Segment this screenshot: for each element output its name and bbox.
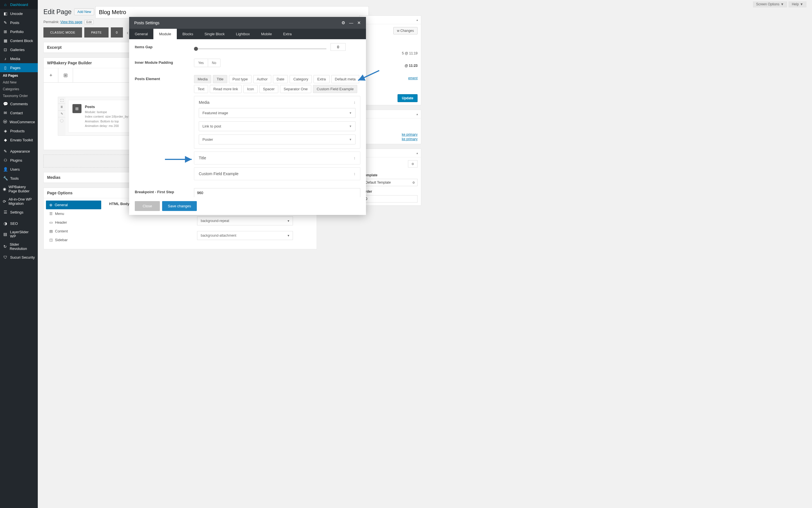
poster-select[interactable]: Poster▼ bbox=[199, 134, 356, 144]
bp1-input[interactable] bbox=[194, 188, 360, 197]
pill-icon[interactable]: Icon bbox=[243, 85, 258, 93]
sidebar-item-wpbakery[interactable]: ◉WPBakery Page Builder bbox=[0, 183, 38, 195]
sidebar-item-settings[interactable]: ☰Settings bbox=[0, 208, 38, 217]
drag-icon[interactable]: ↕ bbox=[354, 100, 356, 104]
order-input[interactable] bbox=[363, 195, 417, 203]
tab-lightbox[interactable]: Lightbox bbox=[230, 29, 256, 39]
sidebar-item-migration[interactable]: ⟳All-in-One WP Migration bbox=[0, 195, 38, 208]
items-gap-value[interactable] bbox=[330, 43, 346, 51]
template-select[interactable]: Default Template≎ bbox=[363, 179, 417, 186]
sidebar-item-portfolio[interactable]: ⊞Portfolio bbox=[0, 27, 38, 36]
sidebar-item-dashboard[interactable]: ⌂Dashboard bbox=[0, 0, 38, 9]
permalink-link[interactable]: View this page bbox=[60, 20, 82, 24]
pill-posttype[interactable]: Post type bbox=[229, 75, 252, 83]
row-edit-button[interactable]: ✎ bbox=[58, 111, 65, 117]
po-tab-header[interactable]: ▭Header bbox=[46, 218, 101, 227]
paste-button[interactable]: PASTE bbox=[84, 27, 108, 38]
sidebar-item-envato[interactable]: ◆Envato Toolkit bbox=[0, 135, 38, 144]
pill-text[interactable]: Text bbox=[194, 85, 208, 93]
sidebar-item-contentblock[interactable]: ▦Content Block bbox=[0, 36, 38, 45]
box-collapse-2[interactable]: ▴ bbox=[359, 149, 421, 157]
pill-readmore[interactable]: Read more link bbox=[210, 85, 242, 93]
sidebar-item-users[interactable]: 👤Users bbox=[0, 165, 38, 174]
permalink-edit-button[interactable]: Edit bbox=[84, 20, 94, 24]
featured-image-select[interactable]: Featured image▼ bbox=[199, 108, 356, 118]
pill-date[interactable]: Date bbox=[273, 75, 288, 83]
sidebar-sub-allpages[interactable]: All Pages bbox=[0, 72, 38, 79]
gear-icon[interactable]: ⚙ bbox=[342, 20, 345, 26]
template-button[interactable]: ⊞ bbox=[58, 68, 73, 82]
tab-extra[interactable]: Extra bbox=[277, 29, 297, 39]
sidebar-item-tools[interactable]: 🔧Tools bbox=[0, 174, 38, 183]
close-icon[interactable]: ✕ bbox=[357, 20, 361, 26]
row-layout-button[interactable]: Ⅲ bbox=[58, 104, 65, 111]
tab-mobile[interactable]: Mobile bbox=[256, 29, 277, 39]
counter-button[interactable]: 0 bbox=[111, 27, 123, 38]
sidebar-sub-categories[interactable]: Categories bbox=[0, 86, 38, 92]
items-gap-slider[interactable] bbox=[194, 48, 326, 49]
tab-module[interactable]: Module bbox=[153, 29, 177, 39]
sidebar-item-contact[interactable]: ✉Contact bbox=[0, 108, 38, 117]
inner-padding-yes[interactable]: Yes bbox=[194, 59, 208, 67]
publish-collapse[interactable]: ▴ bbox=[359, 16, 421, 24]
pill-title[interactable]: Title bbox=[213, 75, 227, 83]
sidebar-item-appearance[interactable]: ✎Appearance bbox=[0, 147, 38, 156]
sidebar-item-products[interactable]: ◈Products bbox=[0, 126, 38, 135]
sidebar-item-uncode[interactable]: ◧Uncode bbox=[0, 9, 38, 18]
tab-general[interactable]: General bbox=[129, 29, 153, 39]
po-tab-content[interactable]: ▤Content bbox=[46, 227, 101, 236]
select-caret-icon: ≎ bbox=[412, 180, 415, 184]
modal-close-button[interactable]: Close bbox=[135, 201, 160, 211]
tab-single-block[interactable]: Single Block bbox=[199, 29, 230, 39]
sidebar-item-pages[interactable]: ▯Pages bbox=[0, 63, 38, 72]
sidebar-sub-taxonomy[interactable]: Taxonomy Order bbox=[0, 92, 38, 99]
pill-separator[interactable]: Separator One bbox=[280, 85, 311, 93]
sidebar-sub-addnew[interactable]: Add New bbox=[0, 79, 38, 86]
preview-changes-button[interactable]: w Changes bbox=[393, 27, 417, 34]
add-new-button[interactable]: Add New bbox=[74, 8, 94, 15]
inner-padding-no[interactable]: No bbox=[208, 59, 220, 67]
po-tab-sidebar[interactable]: ◫Sidebar bbox=[46, 236, 101, 244]
bg-attach-select[interactable]: background-attachment▾ bbox=[197, 231, 293, 240]
element-link[interactable]: ement bbox=[408, 76, 417, 80]
sidebar-item-sliderrev[interactable]: ↻Slider Revolution bbox=[0, 240, 38, 252]
po-tab-general[interactable]: ⊕General bbox=[46, 201, 101, 209]
sidebar-item-woocommerce[interactable]: ⓦWooCommerce bbox=[0, 117, 38, 126]
page-title-input[interactable] bbox=[95, 6, 369, 18]
sidebar-item-plugins[interactable]: ⚇Plugins bbox=[0, 156, 38, 165]
grid-icon: ⊞ bbox=[73, 104, 82, 113]
pill-spacer[interactable]: Spacer bbox=[259, 85, 278, 93]
pill-defaultmeta[interactable]: Default meta bbox=[331, 75, 359, 83]
row-expand-button[interactable]: ⛶ bbox=[58, 97, 65, 104]
classic-mode-button[interactable]: CLASSIC MODE bbox=[43, 27, 82, 38]
make-primary-1[interactable]: ke primary bbox=[402, 133, 417, 136]
make-primary-2[interactable]: ke primary bbox=[402, 137, 417, 141]
pill-author[interactable]: Author bbox=[253, 75, 271, 83]
pill-media[interactable]: Media bbox=[194, 75, 211, 83]
sidebar-item-comments[interactable]: 💬Comments bbox=[0, 99, 38, 108]
small-select[interactable]: ≎ bbox=[408, 160, 417, 168]
title-section[interactable]: Title↕ bbox=[194, 152, 360, 164]
link-to-select[interactable]: Link to post▼ bbox=[199, 121, 356, 131]
sidebar-item-layerslider[interactable]: ▤LayerSlider WP bbox=[0, 228, 38, 240]
help-toggle[interactable]: Help ▼ bbox=[788, 1, 806, 7]
modal-save-button[interactable]: Save changes bbox=[162, 201, 196, 211]
minimize-icon[interactable]: — bbox=[349, 20, 353, 26]
sidebar-item-media[interactable]: ♪Media bbox=[0, 54, 38, 63]
pill-category[interactable]: Category bbox=[289, 75, 312, 83]
sidebar-item-seo[interactable]: ◑SEO bbox=[0, 219, 38, 228]
drag-icon[interactable]: ↕ bbox=[354, 156, 356, 160]
update-button[interactable]: Update bbox=[398, 94, 417, 102]
pill-extra[interactable]: Extra bbox=[314, 75, 329, 83]
box-collapse[interactable]: ▴ bbox=[359, 110, 421, 119]
add-element-button[interactable]: + bbox=[44, 68, 58, 82]
pill-custom-field[interactable]: Custom Field Example bbox=[313, 85, 357, 93]
po-tab-menu[interactable]: ☰Menu bbox=[46, 209, 101, 218]
tab-blocks[interactable]: Blocks bbox=[177, 29, 199, 39]
drag-icon[interactable]: ↕ bbox=[354, 171, 356, 176]
custom-field-section[interactable]: Custom Field Example↕ bbox=[194, 167, 360, 180]
sidebar-item-galleries[interactable]: ⊡Galleries bbox=[0, 45, 38, 54]
sidebar-item-posts[interactable]: ✎Posts bbox=[0, 18, 38, 27]
bg-repeat-select[interactable]: background-repeat▾ bbox=[197, 216, 293, 225]
screen-options-toggle[interactable]: Screen Options ▼ bbox=[753, 1, 787, 7]
